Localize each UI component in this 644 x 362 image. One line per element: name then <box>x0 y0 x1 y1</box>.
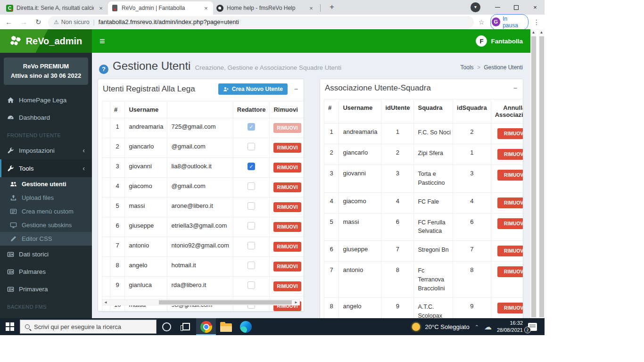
notification-center-icon[interactable]: 2 <box>528 323 537 331</box>
username-cell: andreamaria <box>339 123 381 144</box>
table-horizontal-scrollbar[interactable]: ◄ ► <box>102 299 300 305</box>
sidebar-item-label: Gestione utenti <box>22 181 66 188</box>
username-cell: giacomo <box>125 178 167 197</box>
sidebar-item-gestione-utenti[interactable]: Gestione utenti <box>0 177 92 191</box>
rimuovi-association-button[interactable]: RIMUOVI <box>497 218 523 229</box>
redattore-checkbox[interactable] <box>248 202 255 210</box>
rimuovi-button[interactable]: RIMUOVI <box>273 163 301 173</box>
rimuovi-association-button[interactable]: RIMUOVI <box>497 128 523 139</box>
sidebar-item-dashboard[interactable]: Dashboard <box>0 109 92 126</box>
reload-icon[interactable]: ↻ <box>33 18 44 26</box>
upload-icon <box>10 194 17 201</box>
sidebar-item-upload-files[interactable]: Upload files <box>0 191 92 205</box>
clock-widget[interactable]: 16:32 28/08/2021 <box>497 320 523 334</box>
redattore-checkbox[interactable]: ✓ <box>248 163 255 170</box>
new-tab-button[interactable]: + <box>326 1 338 13</box>
inner-vertical-scrollbar[interactable]: ▲ <box>530 29 537 318</box>
page-vertical-scrollbar[interactable]: ▲ <box>538 29 545 318</box>
scroll-up-icon[interactable]: ▲ <box>538 29 545 36</box>
minimize-button[interactable] <box>488 0 507 15</box>
sidebar-item-primavera[interactable]: Primavera <box>0 280 92 298</box>
redattore-checkbox[interactable] <box>248 262 255 269</box>
vertical-scroll-thumb[interactable] <box>539 36 544 317</box>
file-explorer-button[interactable] <box>216 318 236 335</box>
show-hidden-icons-chevron[interactable]: ⌃ <box>475 324 479 329</box>
rimuovi-button: RIMUOVI <box>273 123 301 133</box>
rimuovi-association-button[interactable]: RIMUOVI <box>497 246 523 256</box>
scroll-left-icon[interactable]: ◄ <box>102 300 109 305</box>
rimuovi-button[interactable]: RIMUOVI <box>273 202 301 212</box>
rimuovi-association-button[interactable]: RIMUOVI <box>497 170 523 181</box>
collapse-right-panel-icon[interactable]: − <box>512 84 518 92</box>
sidebar-item-gestione-subskins[interactable]: Gestione subskins <box>0 218 92 232</box>
profile-chip[interactable]: G In pausa <box>490 14 528 30</box>
bookmark-star-icon[interactable]: ☆ <box>479 18 485 26</box>
sidebar-item-label: Crea menù custom <box>22 208 74 215</box>
collapse-left-panel-icon[interactable]: − <box>293 85 299 93</box>
user-number: 8 <box>110 257 125 277</box>
sidebar-item-label: Editor CSS <box>22 235 52 242</box>
redattore-checkbox[interactable] <box>248 281 255 289</box>
taskbar-search-input[interactable]: Scrivi qui per eseguire la ricerca <box>20 320 157 334</box>
weather-widget[interactable]: 20°C Soleggiato <box>425 323 470 330</box>
rimuovi-button[interactable]: RIMUOVI <box>273 143 301 153</box>
browser-tab-home-help-fmsrevo-help[interactable]: Home help - fmsReVo Help× <box>213 1 318 15</box>
sidebar-item-dati-storici[interactable]: Dati storici <box>0 246 92 263</box>
id-squadra-cell: 4 <box>453 192 491 213</box>
list-icon <box>10 208 17 215</box>
rimuovi-association-button[interactable]: RIMUOVI <box>497 303 523 313</box>
sidebar-item-homepage-lega[interactable]: HomePage Lega <box>0 91 92 109</box>
scroll-right-icon[interactable]: ► <box>293 300 299 305</box>
rimuovi-button[interactable]: RIMUOVI <box>273 262 301 272</box>
create-user-button[interactable]: Crea Nuovo Utente <box>218 83 288 95</box>
tab-close-icon[interactable]: × <box>202 5 210 12</box>
scroll-up-icon[interactable]: ▲ <box>530 29 537 36</box>
sidebar-item-crea-men-custom[interactable]: Crea menù custom <box>0 205 92 218</box>
sidebar-item-impostazioni-fms[interactable]: Impostazioni FMS <box>0 313 92 318</box>
rimuovi-button[interactable]: RIMUOVI <box>273 182 301 192</box>
redattore-checkbox[interactable] <box>248 182 255 190</box>
chrome-taskbar-button[interactable] <box>196 318 216 335</box>
redattore-checkbox[interactable] <box>248 222 255 230</box>
browser-tab-diretta-it-serie-a-risultati-calcio[interactable]: CDiretta.it: Serie A, risultati calcio× <box>3 1 108 15</box>
restore-button[interactable] <box>507 0 526 15</box>
rimuovi-button[interactable]: RIMUOVI <box>273 222 301 232</box>
user-number: 9 <box>110 277 125 296</box>
navbar-account[interactable]: F Fantabolla <box>476 35 530 47</box>
browser-menu-icon[interactable]: ⋮ <box>533 18 540 26</box>
task-view-button[interactable] <box>176 318 196 335</box>
tab-close-icon[interactable]: × <box>307 5 315 12</box>
sidebar-toggle-icon[interactable]: ≡ <box>99 36 105 47</box>
help-question-icon[interactable]: ? <box>99 65 108 74</box>
onedrive-cloud-icon[interactable]: ☁ <box>484 322 492 331</box>
sidebar-item-impostazioni[interactable]: Impostazioni‹ <box>0 141 92 159</box>
close-button[interactable]: × <box>526 0 545 15</box>
redattore-checkbox[interactable] <box>248 143 255 150</box>
cortana-button[interactable] <box>157 318 176 335</box>
sidebar-item-label: Gestione subskins <box>22 222 72 229</box>
rimuovi-association-button[interactable]: RIMUOVI <box>497 197 523 208</box>
back-icon[interactable]: ← <box>3 18 15 26</box>
table-row: 4giacomo4FC Fale4RIMUOVI <box>324 192 524 213</box>
rimuovi-button[interactable]: RIMUOVI <box>273 242 301 252</box>
browser-tab-revo-admin-fantabolla[interactable]: ReVo_admin | Fantabolla× <box>108 1 213 15</box>
rimuovi-association-button[interactable]: RIMUOVI <box>497 266 523 277</box>
sync-status: In pausa <box>503 16 524 29</box>
username-cell: massi <box>125 197 167 217</box>
edge-taskbar-button[interactable] <box>236 318 256 335</box>
app-logo[interactable]: ReVo_admin <box>0 29 92 53</box>
rimuovi-button[interactable]: RIMUOVI <box>273 281 301 291</box>
redattore-checkbox[interactable] <box>248 242 255 249</box>
sidebar-item-editor-css[interactable]: Editor CSS <box>0 232 92 246</box>
browser-circle-button-icon[interactable]: ▾ <box>471 2 480 12</box>
sidebar-item-palmares[interactable]: Palmares <box>0 263 92 280</box>
breadcrumb-tools[interactable]: Tools <box>461 64 474 71</box>
url-field[interactable]: ⚠ Non sicuro | fantabolla2.fmsrevo.it/ad… <box>48 16 474 28</box>
rimuovi-association-button[interactable]: RIMUOVI <box>497 149 523 160</box>
start-button[interactable] <box>0 318 20 335</box>
sidebar-item-tools[interactable]: Tools‹ <box>0 159 92 177</box>
weather-sun-icon[interactable] <box>412 323 420 331</box>
tab-close-icon[interactable]: × <box>97 5 105 12</box>
horizontal-scroll-thumb[interactable] <box>159 300 292 304</box>
vertical-scroll-thumb[interactable] <box>531 36 536 317</box>
